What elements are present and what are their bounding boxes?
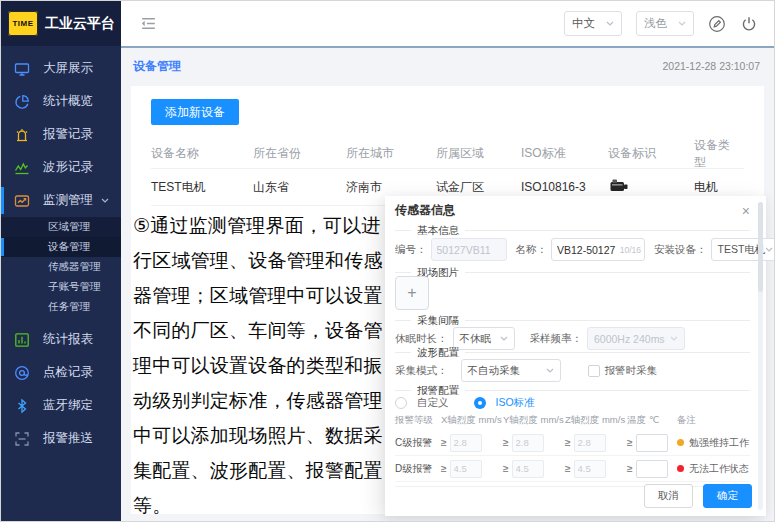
ge-symbol: ≥ <box>627 437 633 448</box>
section-label: 采集间隔 <box>417 314 459 328</box>
panel-title: 传感器信息 <box>395 202 455 219</box>
logo-bar: TIME 工业云平台 <box>1 1 121 46</box>
chevron-down-icon <box>765 247 773 252</box>
screen-display-icon <box>14 61 30 77</box>
code-label: 编号： <box>395 243 427 257</box>
waveform-record-icon <box>14 160 30 176</box>
subitem-label: 任务管理 <box>48 300 90 314</box>
sidebar-subitem-region-management[interactable]: 区域管理 <box>1 217 121 237</box>
power-logout-icon[interactable] <box>740 15 758 33</box>
iso-standard-radio[interactable] <box>474 397 486 409</box>
custom-radio[interactable] <box>395 397 407 409</box>
sidebar-item-stats-overview[interactable]: 统计概览 <box>1 85 121 118</box>
sidebar-item-label: 统计报表 <box>43 331 93 348</box>
subitem-label: 传感器管理 <box>48 260 101 274</box>
ge-symbol: ≥ <box>627 463 633 474</box>
c-temp-threshold-input[interactable] <box>636 434 668 452</box>
sidebar-item-alarm-records[interactable]: 报警记录 <box>1 118 121 151</box>
inspection-record-icon <box>14 365 30 381</box>
sensor-info-panel: 传感器信息 × 基本信息 编号： 名称： 10/16 安装设备： TEST电机 <box>385 196 766 516</box>
install-device-label: 安装设备： <box>654 243 707 257</box>
ge-symbol: ≥ <box>441 463 447 474</box>
sidebar-item-label: 报警记录 <box>43 126 93 143</box>
edit-pen-icon[interactable] <box>708 15 726 33</box>
sidebar-item-bluetooth-binding[interactable]: 蓝牙绑定 <box>1 389 121 422</box>
ge-symbol: ≥ <box>565 463 571 474</box>
d-y-threshold-input[interactable] <box>512 460 544 478</box>
sidebar-item-stats-report[interactable]: 统计报表 <box>1 323 121 356</box>
upload-photo-button[interactable]: + <box>395 276 429 310</box>
sidebar-menu: 大屏展示 统计概览 报警记录 波形记录 监测管理 区域管理 设备 <box>1 46 121 455</box>
theme-select-value: 浅色 <box>644 16 667 31</box>
c-z-threshold-input[interactable] <box>574 434 606 452</box>
basic-info-row: 编号： 名称： 10/16 安装设备： TEST电机 <box>395 238 750 261</box>
sidebar-item-label: 大屏展示 <box>43 60 93 77</box>
sidebar-item-waveform-records[interactable]: 波形记录 <box>1 151 121 184</box>
cancel-button[interactable]: 取消 <box>644 484 693 508</box>
col-header-type: 设备类型 <box>694 137 744 171</box>
sidebar-subitem-subaccount-management[interactable]: 子账号管理 <box>1 277 121 297</box>
sidebar-item-alarm-push[interactable]: 报警推送 <box>1 422 121 455</box>
alarm-record-icon <box>14 127 30 143</box>
c-y-threshold-input[interactable] <box>512 434 544 452</box>
collect-mode-label: 采集模式： <box>395 364 448 378</box>
sidebar-submenu: 区域管理 设备管理 传感器管理 子账号管理 任务管理 <box>1 217 121 317</box>
theme-select[interactable]: 浅色 <box>636 11 694 36</box>
sidebar-item-monitor-management[interactable]: 监测管理 <box>1 184 121 217</box>
main-area: 中文 浅色 设备管理 2021-12-28 23:10:07 添加新设备 <box>121 1 774 521</box>
topbar-controls: 中文 浅色 <box>564 11 758 36</box>
col-header-device-name: 设备名称 <box>151 145 253 162</box>
install-device-select[interactable]: TEST电机 <box>711 238 775 261</box>
d-temp-threshold-input[interactable] <box>636 460 668 478</box>
c-x-threshold-input[interactable] <box>450 434 482 452</box>
alarm-col-level: 报警等级 <box>395 414 441 427</box>
alarm-row-d: D级报警 ≥ ≥ ≥ ≥ 无法工作状态 <box>395 456 750 482</box>
collect-mode-select[interactable]: 不自动采集 <box>461 359 561 382</box>
sensor-code-field[interactable] <box>431 238 507 261</box>
stats-overview-icon <box>14 94 30 110</box>
language-select-value: 中文 <box>572 16 595 31</box>
sidebar-item-screen-display[interactable]: 大屏展示 <box>1 52 121 85</box>
name-label: 名称： <box>516 243 548 257</box>
alarm-col-x: X轴烈度 mm/s <box>441 414 503 427</box>
alarm-row-c: C级报警 ≥ ≥ ≥ ≥ 勉强维持工作 <box>395 430 750 456</box>
sidebar-item-label: 波形记录 <box>43 159 93 176</box>
confirm-button[interactable]: 确定 <box>703 484 752 508</box>
collect-on-alarm-label: 报警时采集 <box>605 364 658 378</box>
menu-fold-icon[interactable] <box>139 14 158 33</box>
sidebar-subitem-device-management[interactable]: 设备管理 <box>1 237 121 257</box>
subitem-label: 子账号管理 <box>48 280 101 294</box>
add-device-button[interactable]: 添加新设备 <box>151 99 239 125</box>
breadcrumb[interactable]: 设备管理 <box>133 58 181 75</box>
alarm-col-note: 备注 <box>677 414 750 427</box>
bluetooth-bind-icon <box>14 398 30 414</box>
cell-province: 山东省 <box>253 179 346 196</box>
sidebar-item-label: 蓝牙绑定 <box>43 397 93 414</box>
motor-icon <box>608 177 630 194</box>
app-title: 工业云平台 <box>45 15 115 33</box>
sleep-duration-label: 休眠时长： <box>395 332 448 346</box>
scrollbar-thumb[interactable] <box>758 202 763 292</box>
sidebar-item-label: 报警推送 <box>43 430 93 447</box>
col-header-iso: ISO标准 <box>521 145 608 162</box>
alarm-col-y: Y轴烈度 mm/s <box>503 414 565 427</box>
d-z-threshold-input[interactable] <box>574 460 606 478</box>
sidebar: TIME 工业云平台 大屏展示 统计概览 报警记录 波形记录 <box>1 1 121 521</box>
chevron-down-icon <box>500 336 508 341</box>
cell-device-name: TEST电机 <box>151 179 253 196</box>
sidebar-subitem-sensor-management[interactable]: 传感器管理 <box>1 257 121 277</box>
alarm-mode-row: 自定义 ISO标准 <box>395 396 750 410</box>
top-header: 中文 浅色 <box>121 1 774 48</box>
sidebar-item-inspection-records[interactable]: 点检记录 <box>1 356 121 389</box>
sidebar-subitem-task-management[interactable]: 任务管理 <box>1 297 121 317</box>
panel-footer: 取消 确定 <box>644 484 752 508</box>
d-x-threshold-input[interactable] <box>450 460 482 478</box>
plus-icon: + <box>407 284 416 302</box>
language-select[interactable]: 中文 <box>564 11 622 36</box>
alarm-push-icon <box>14 431 30 447</box>
cell-city: 济南市 <box>346 179 436 196</box>
panel-scrollbar[interactable] <box>758 202 763 510</box>
alarm-level: C级报警 <box>395 436 441 450</box>
close-icon[interactable]: × <box>742 204 750 218</box>
collect-on-alarm-checkbox[interactable] <box>588 365 600 377</box>
